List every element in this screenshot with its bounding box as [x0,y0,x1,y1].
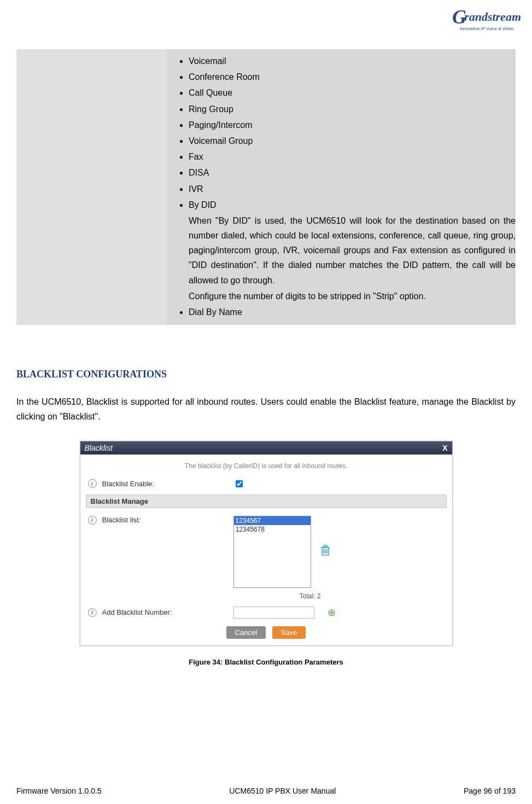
info-icon[interactable]: i [88,608,97,617]
parameter-table: Voicemail Conference Room Call Queue Rin… [16,49,516,325]
info-icon[interactable]: i [88,516,97,525]
list-item: Dial By Name [189,305,516,319]
footer-firmware: Firmware Version 1.0.0.5 [16,786,102,795]
list-item: Fax [189,149,516,164]
list-item: DISA [189,165,516,180]
list-item: IVR [189,182,516,196]
blacklist-manage-heading: Blacklist Manage [86,494,447,508]
brand-logo: Grandstream Innovative IP Voice & Video [452,5,521,31]
list-item: Conference Room [189,69,516,84]
save-button[interactable]: Save [272,626,306,639]
list-item: By DID When "By DID" is used, the UCM651… [189,197,516,304]
blacklist-enable-checkbox[interactable] [236,480,243,487]
info-icon[interactable]: i [88,479,97,488]
section-heading-blacklist: BLACKLIST CONFIGURATIONS [16,369,516,380]
close-icon[interactable]: X [442,444,447,452]
dialog-description: The blacklist (by CallerID) is used for … [86,458,447,475]
blacklist-listbox[interactable]: 1234567 12345678 [233,516,311,588]
dialog-header: Blacklist X [80,441,452,455]
list-item: Voicemail Group [189,133,516,148]
add-blacklist-label: Add Blacklist Number: [102,608,233,616]
total-count: Total: 2 [157,591,321,603]
list-item: Voicemail [189,54,516,68]
list-item[interactable]: 12345678 [234,525,311,534]
footer-page: Page 96 of 193 [464,786,516,795]
body-paragraph: In the UCM6510, Blacklist is supported f… [16,394,516,424]
list-item[interactable]: 1234567 [234,516,311,525]
by-did-strip-note: Configure the number of digits to be str… [189,289,516,304]
cancel-button[interactable]: Cancel [226,626,266,639]
by-did-description: When "By DID" is used, the UCM6510 will … [189,213,516,288]
figure-caption: Figure 34: Blacklist Configuration Param… [16,658,516,666]
svg-rect-5 [324,545,327,547]
list-item: Paging/Intercom [189,118,516,132]
list-item: Ring Group [189,102,516,116]
blacklist-enable-label: Blacklist Enable: [102,480,233,488]
add-blacklist-input[interactable] [233,607,314,619]
blacklist-list-label: Blacklist list: [102,516,233,524]
footer-title: UCM6510 IP PBX User Manual [229,786,336,795]
blacklist-dialog: Blacklist X The blacklist (by CallerID) … [80,441,453,646]
trash-icon[interactable] [320,544,331,560]
list-item: Call Queue [189,85,516,100]
plus-icon[interactable]: ⊕ [328,607,336,619]
page-footer: Firmware Version 1.0.0.5 UCM6510 IP PBX … [16,786,516,795]
dialog-title: Blacklist [85,444,113,452]
